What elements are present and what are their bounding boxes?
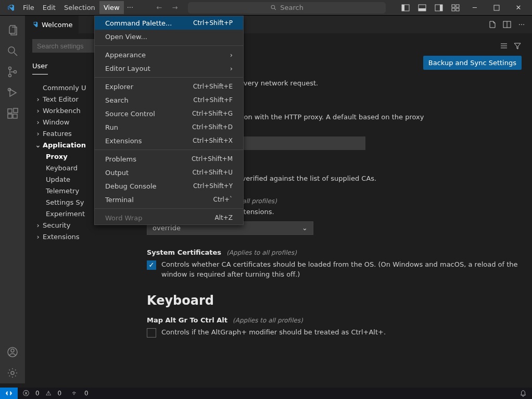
extensions-icon[interactable] [0, 103, 25, 124]
svg-rect-11 [456, 8, 459, 11]
menu-item-editor-layout[interactable]: Editor Layout› [95, 61, 243, 75]
menu-item-appearance[interactable]: Appearance› [95, 48, 243, 61]
tree-item-label: Keyboard [46, 164, 78, 172]
chevron-right-icon: › [34, 95, 42, 103]
menu-edit[interactable]: Edit [39, 1, 60, 14]
menu-file[interactable]: File [19, 1, 39, 14]
svg-rect-20 [8, 114, 12, 118]
menu-item-source-control[interactable]: Source ControlCtrl+Shift+G [95, 107, 243, 120]
menu-item-label: Run [105, 123, 118, 131]
menu-item-run[interactable]: RunCtrl+Shift+D [95, 120, 243, 134]
menu-item-debug-console[interactable]: Debug ConsoleCtrl+Shift+Y [95, 179, 243, 193]
run-debug-icon[interactable] [0, 82, 25, 103]
layout-right-icon[interactable] [431, 1, 447, 15]
menu-item-problems[interactable]: ProblemsCtrl+Shift+M [95, 152, 243, 166]
svg-point-15 [9, 67, 11, 70]
menu-item-terminal[interactable]: TerminalCtrl+` [95, 193, 243, 206]
window-maximize-icon[interactable] [486, 1, 507, 15]
svg-rect-9 [456, 5, 459, 7]
menu-separator [95, 77, 243, 78]
notifications-bell-icon[interactable] [514, 390, 532, 397]
layout-custom-icon[interactable] [448, 1, 463, 15]
menu-item-explorer[interactable]: ExplorerCtrl+Shift+E [95, 80, 243, 93]
svg-point-24 [11, 349, 14, 352]
system-certificates-checkbox[interactable]: ✓ [147, 260, 156, 270]
select-value: override [153, 224, 181, 232]
svg-rect-7 [440, 5, 442, 11]
menu-item-command-palette[interactable]: Command Palette...Ctrl+Shift+P [95, 16, 243, 30]
svg-rect-21 [13, 114, 17, 118]
menu-item-output[interactable]: OutputCtrl+Shift+U [95, 166, 243, 179]
status-problems[interactable]: ⓧ0 ⚠0 [18, 388, 67, 399]
status-bar: ⓧ0 ⚠0 ᯤ0 [0, 388, 532, 399]
warning-count: 0 [57, 390, 61, 397]
menu-overflow-ellipsis-icon[interactable]: ··· [124, 1, 136, 14]
setting-title: System Certificates [147, 248, 221, 256]
menu-item-shortcut: Ctrl+` [213, 196, 233, 203]
tree-item-label: Commonly U [43, 84, 86, 92]
menu-item-search[interactable]: SearchCtrl+Shift+F [95, 93, 243, 107]
profiles-note: (Applies to all profiles) [226, 249, 297, 256]
svg-line-14 [14, 53, 17, 56]
radio-icon: ᯤ [72, 390, 78, 397]
command-center-search[interactable]: Search [188, 2, 386, 14]
svg-point-17 [14, 71, 17, 73]
settings-scope-user[interactable]: User [32, 60, 48, 74]
filter-icon[interactable] [513, 42, 522, 50]
titlebar: File Edit Selection View ··· ← → Search … [0, 0, 532, 16]
list-view-icon[interactable] [500, 42, 508, 50]
more-actions-icon[interactable]: ··· [516, 19, 527, 30]
layout-bottom-icon[interactable] [414, 1, 430, 15]
chevron-right-icon: › [34, 107, 42, 115]
window-minimize-icon[interactable]: ─ [464, 1, 485, 15]
nav-back-icon[interactable]: ← [154, 4, 165, 11]
search-icon[interactable] [0, 41, 25, 61]
svg-rect-10 [452, 8, 455, 11]
tree-item-label: Security [43, 221, 70, 229]
status-ports[interactable]: ᯤ0 [67, 388, 94, 399]
chevron-right-icon: › [34, 118, 42, 126]
backup-sync-button[interactable]: Backup and Sync Settings [423, 56, 522, 70]
window-close-icon[interactable]: ✕ [508, 1, 529, 15]
chevron-right-icon: › [34, 221, 42, 229]
tab-welcome[interactable]: Welcome [25, 16, 79, 34]
tree-item-extensions[interactable]: ›Extensions [25, 231, 136, 242]
activity-bar [0, 16, 25, 383]
explorer-icon[interactable] [0, 20, 25, 41]
view-menu-dropdown: Command Palette...Ctrl+Shift+POpen View.… [94, 16, 244, 225]
split-editor-icon[interactable] [502, 19, 512, 30]
tree-item-label: Telemetry [46, 187, 79, 195]
menu-item-shortcut: Alt+Z [214, 214, 233, 221]
settings-gear-icon[interactable] [0, 363, 25, 383]
remote-indicator-icon[interactable] [0, 388, 18, 399]
tree-item-label: Extensions [43, 233, 80, 241]
svg-rect-8 [452, 5, 455, 7]
menu-item-shortcut: Ctrl+Shift+E [193, 83, 233, 90]
menu-item-label: Word Wrap [105, 214, 142, 222]
altgr-checkbox[interactable] [147, 328, 156, 338]
setting-title: Map Alt Gr To Ctrl Alt [147, 316, 227, 324]
menu-selection[interactable]: Selection [60, 1, 99, 14]
menubar: File Edit Selection View ··· [19, 1, 136, 14]
error-count: 0 [35, 390, 40, 397]
open-settings-json-icon[interactable] [487, 19, 498, 30]
accounts-icon[interactable] [0, 342, 25, 363]
source-control-icon[interactable] [0, 61, 25, 82]
menu-item-shortcut: Ctrl+Shift+F [193, 96, 233, 104]
menu-view[interactable]: View [99, 1, 124, 14]
menu-item-shortcut: Ctrl+Shift+X [193, 137, 233, 144]
nav-forward-icon[interactable]: → [169, 4, 181, 11]
chevron-right-icon: › [34, 233, 42, 241]
tree-item-label: Proxy [46, 153, 68, 160]
tree-item-label: Experiment [46, 210, 85, 218]
menu-separator [95, 45, 243, 46]
tree-item-label: Settings Sy [46, 198, 84, 206]
error-icon: ⓧ [23, 389, 29, 398]
titlebar-center: ← → Search [142, 2, 398, 14]
menu-item-extensions[interactable]: ExtensionsCtrl+Shift+X [95, 134, 243, 147]
chevron-down-icon: ⌄ [34, 141, 42, 149]
menu-item-open-view[interactable]: Open View... [95, 30, 243, 43]
layout-left-icon[interactable] [398, 1, 413, 15]
svg-point-0 [271, 5, 275, 9]
menu-item-label: Appearance [105, 51, 146, 59]
